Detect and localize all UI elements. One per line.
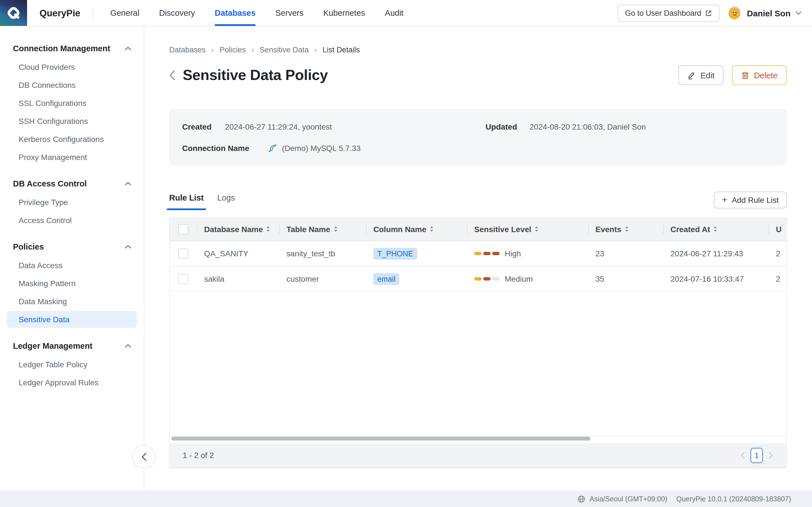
sidebar-item-ledger-approval-rules[interactable]: Ledger Approval Rules: [7, 374, 137, 391]
sensitive-level-cell: Medium: [467, 274, 588, 283]
sidebar-section-header-connection-management[interactable]: Connection Management: [0, 42, 144, 55]
events-cell: 35: [588, 274, 663, 283]
column-header-sensitive-level[interactable]: Sensitive Level: [467, 217, 588, 240]
column-name-cell: email: [366, 273, 467, 285]
breadcrumb-item-policies[interactable]: Policies: [219, 45, 246, 54]
nav-tab-audit[interactable]: Audit: [385, 0, 403, 26]
nav-tab-general[interactable]: General: [110, 0, 139, 26]
sidebar-section-items: Ledger Table PolicyLedger Approval Rules: [0, 356, 144, 391]
column-header-table-name[interactable]: Table Name: [279, 217, 366, 240]
external-link-icon: [705, 9, 712, 17]
breadcrumb-item-sensitive-data[interactable]: Sensitive Data: [260, 45, 309, 54]
sidebar-section-db-access-control: DB Access ControlPrivilege TypeAccess Co…: [0, 177, 144, 229]
column-header-label: Events: [596, 224, 621, 233]
sidebar-section-title: Policies: [13, 242, 44, 251]
brand-name: QueryPie: [40, 0, 80, 26]
nav-tab-servers[interactable]: Servers: [275, 0, 304, 26]
sort-icon: [535, 226, 539, 232]
column-header-created-at[interactable]: Created At: [663, 217, 769, 240]
sort-icon: [625, 226, 629, 232]
sidebar-item-data-masking[interactable]: Data Masking: [7, 293, 137, 310]
pagination: 1: [741, 448, 773, 463]
connection-name-label: Connection Name: [182, 144, 268, 153]
plus-icon: +: [722, 195, 727, 205]
tabs-row: Rule ListLogs + Add Rule List: [169, 191, 786, 210]
table-footer: 1 - 2 of 2 1: [169, 443, 786, 467]
nav-tab-kubernetes[interactable]: Kubernetes: [323, 0, 365, 26]
column-header-label: Table Name: [287, 224, 330, 233]
column-header-events[interactable]: Events: [588, 217, 663, 240]
sidebar-item-ssh-configurations[interactable]: SSH Configurations: [7, 113, 137, 129]
sidebar-item-proxy-management[interactable]: Proxy Management: [7, 149, 137, 166]
sidebar-item-privilege-type[interactable]: Privilege Type: [7, 194, 137, 211]
pencil-icon: [688, 71, 696, 79]
delete-button[interactable]: Delete: [732, 65, 786, 85]
sidebar-section-ledger-management: Ledger ManagementLedger Table PolicyLedg…: [0, 339, 144, 391]
column-header-database-name[interactable]: Database Name: [197, 217, 279, 240]
nav-tab-discovery[interactable]: Discovery: [159, 0, 195, 26]
add-rule-list-button[interactable]: + Add Rule List: [714, 191, 786, 209]
column-name-tag[interactable]: T_PHONE: [373, 247, 417, 260]
user-menu[interactable]: Daniel Son: [728, 6, 802, 20]
previous-page-button[interactable]: [741, 452, 745, 459]
page-title-row: Sensitive Data Policy Edit: [169, 65, 786, 85]
sidebar-item-ssl-configurations[interactable]: SSL Configurations: [7, 95, 137, 112]
column-header-column-name[interactable]: Column Name: [366, 217, 467, 240]
go-to-user-dashboard-label: Go to User Dashboard: [625, 9, 701, 17]
table-row: sakilacustomeremailMedium352024-07-16 10…: [170, 267, 786, 292]
sidebar-item-kerberos-configurations[interactable]: Kerberos Configurations: [7, 131, 137, 148]
tab-logs[interactable]: Logs: [217, 193, 235, 210]
sensitive-level-cell: High: [467, 249, 588, 258]
nav-tab-databases[interactable]: Databases: [214, 0, 255, 26]
horizontal-scrollbar-thumb[interactable]: [171, 437, 591, 441]
updated-at-cell-clipped: 2: [769, 274, 786, 283]
sidebar-section-policies: PoliciesData AccessMasking PatternData M…: [0, 240, 144, 328]
level-pill-red: [483, 252, 491, 255]
row-select-cell: [170, 267, 197, 291]
sidebar-section-header-db-access-control[interactable]: DB Access Control: [0, 177, 144, 190]
table-header-row: Database NameTable NameColumn NameSensit…: [170, 217, 786, 241]
breadcrumb-separator: ›: [314, 45, 317, 54]
sidebar-item-access-control[interactable]: Access Control: [7, 212, 137, 229]
go-to-user-dashboard-button[interactable]: Go to User Dashboard: [618, 4, 720, 22]
column-header-u[interactable]: U: [769, 217, 786, 240]
sidebar-item-db-connections[interactable]: DB Connections: [7, 76, 137, 94]
breadcrumb-item-list-details: List Details: [322, 45, 360, 54]
row-checkbox[interactable]: [178, 274, 188, 284]
column-name-tag[interactable]: email: [373, 273, 400, 285]
next-page-button[interactable]: [769, 452, 773, 459]
column-name-cell: T_PHONE: [366, 247, 467, 260]
sidebar-section-title: Connection Management: [13, 44, 110, 53]
sidebar: Connection ManagementCloud ProvidersDB C…: [0, 26, 144, 491]
created-at-cell: 2024-07-16 10:33:47: [663, 274, 769, 283]
trash-icon: [741, 71, 749, 79]
created-at-cell: 2024-06-27 11:29:43: [663, 249, 769, 258]
sidebar-item-ledger-table-policy[interactable]: Ledger Table Policy: [7, 356, 137, 373]
main-content: Databases›Policies›Sensitive Data›List D…: [144, 26, 812, 491]
row-checkbox[interactable]: [178, 248, 188, 259]
select-all-checkbox[interactable]: [178, 224, 188, 234]
breadcrumb-item-databases[interactable]: Databases: [169, 45, 206, 54]
database-name-cell: QA_SANITY: [197, 249, 279, 258]
sidebar-item-masking-pattern[interactable]: Masking Pattern: [7, 275, 137, 292]
sidebar-section-connection-management: Connection ManagementCloud ProvidersDB C…: [0, 42, 144, 166]
querypie-logo[interactable]: [0, 0, 27, 26]
sensitive-level-pills: [474, 252, 500, 255]
events-cell: 23: [588, 249, 663, 258]
sidebar-collapse-button[interactable]: [132, 445, 156, 469]
sidebar-item-sensitive-data[interactable]: Sensitive Data: [7, 311, 137, 328]
sidebar-section-title: DB Access Control: [13, 179, 87, 188]
level-pill-yellow: [474, 277, 481, 281]
current-page-button[interactable]: 1: [751, 448, 763, 463]
sidebar-section-header-ledger-management[interactable]: Ledger Management: [0, 339, 144, 353]
sidebar-item-cloud-providers[interactable]: Cloud Providers: [7, 59, 137, 75]
sidebar-item-data-access[interactable]: Data Access: [7, 257, 137, 274]
edit-button[interactable]: Edit: [678, 65, 723, 85]
back-button[interactable]: [169, 70, 175, 80]
column-header-label: U: [776, 224, 781, 233]
level-pill-red: [492, 252, 500, 255]
sidebar-section-items: Privilege TypeAccess Control: [0, 194, 144, 229]
tab-rule-list[interactable]: Rule List: [169, 193, 204, 210]
sidebar-section-header-policies[interactable]: Policies: [0, 240, 144, 253]
topbar-divider: [93, 7, 93, 19]
